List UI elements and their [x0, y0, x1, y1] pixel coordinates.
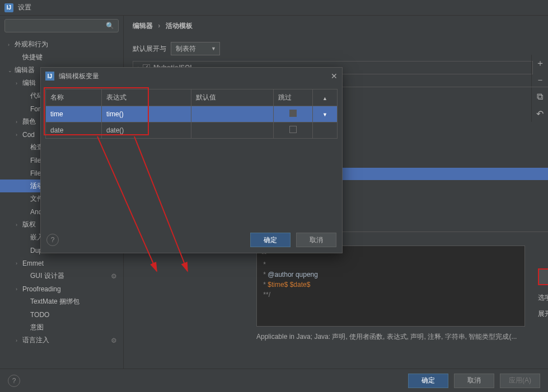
- chevron-icon: ›: [8, 42, 15, 48]
- table-row[interactable]: time time() ▼: [46, 106, 338, 122]
- code-line: *: [261, 281, 268, 289]
- chevron-icon: ›: [16, 119, 22, 125]
- dialog-title: 编辑模板变量: [59, 72, 99, 81]
- sidebar-item[interactable]: ›Emmet: [0, 257, 123, 270]
- cancel-button[interactable]: 取消: [454, 374, 494, 388]
- sidebar-item-label: 意图: [30, 323, 119, 332]
- code-line: *: [261, 261, 266, 268]
- app-icon: IJ: [45, 72, 54, 81]
- expand-with-value: 制表符: [176, 44, 196, 54]
- sidebar-item-label: 语言注入: [22, 336, 111, 345]
- sidebar-item-label: GUI 设计器: [30, 271, 111, 281]
- chevron-icon: ⌄: [8, 68, 15, 73]
- settings-icon: ⚙: [111, 272, 119, 280]
- help-button[interactable]: ?: [8, 375, 20, 387]
- search-icon: 🔍: [106, 22, 114, 30]
- chevron-icon: ›: [16, 81, 22, 86]
- apply-button[interactable]: 应用(A): [500, 374, 540, 388]
- dialog-cancel-button[interactable]: 取消: [296, 233, 336, 247]
- table-row[interactable]: date date(): [46, 122, 338, 139]
- close-icon[interactable]: ✕: [331, 72, 338, 81]
- window-title: 设置: [18, 3, 31, 12]
- sidebar-item[interactable]: GUI 设计器⚙: [0, 270, 123, 282]
- sidebar-item-label: 快捷键: [22, 53, 119, 62]
- chevron-icon: ›: [16, 338, 22, 343]
- dialog-ok-button[interactable]: 确定: [250, 233, 291, 247]
- chevron-icon: ›: [16, 286, 22, 292]
- sidebar-item[interactable]: ›Proofreading: [0, 282, 123, 295]
- code-vars: $time$ $date$: [268, 281, 310, 289]
- chevron-icon: ›: [16, 222, 22, 228]
- cell-expr[interactable]: date(): [102, 122, 191, 139]
- cell-sort[interactable]: ▼: [313, 106, 338, 122]
- template-text-editor[interactable]: ** * * @author qupeng * $time$ $date$ **…: [256, 245, 525, 327]
- breadcrumb: 编辑器 › 活动模板: [124, 16, 548, 36]
- variables-table[interactable]: 名称 表达式 默认值 跳过 ▲ time time() ▼date date(): [45, 89, 338, 139]
- edit-variables-button[interactable]: 编辑变量 (E): [538, 268, 548, 285]
- sidebar-item-label: TODO: [30, 311, 119, 319]
- apply-label: 应用(A): [509, 376, 531, 385]
- app-icon: IJ: [4, 3, 13, 12]
- sidebar-item[interactable]: ›语言注入⚙: [0, 334, 123, 347]
- sidebar-item[interactable]: 快捷键: [0, 51, 123, 64]
- chevron-icon: ›: [16, 132, 22, 138]
- settings-icon: ⚙: [111, 337, 119, 344]
- cancel-label: 取消: [467, 376, 481, 385]
- cell-expr[interactable]: time(): [102, 106, 191, 122]
- th-sort[interactable]: ▲: [313, 89, 338, 106]
- cell-sort[interactable]: [313, 122, 338, 139]
- window-titlebar: IJ 设置: [0, 0, 548, 16]
- ok-label: 确定: [421, 376, 435, 385]
- sidebar-item-label: Emmet: [22, 259, 119, 267]
- cell-name[interactable]: time: [46, 106, 102, 122]
- th-expr[interactable]: 表达式: [102, 89, 191, 106]
- footer: ? 确定 取消 应用(A): [0, 369, 548, 392]
- options-caption: 选项: [538, 293, 548, 303]
- sidebar-item-label: TextMate 捆绑包: [30, 297, 119, 306]
- dialog-titlebar[interactable]: IJ 编辑模板变量 ✕: [41, 68, 342, 84]
- cell-default[interactable]: [191, 106, 274, 122]
- search-input[interactable]: [4, 19, 119, 32]
- expand-with-label: 默认展开与: [133, 44, 166, 54]
- remove-button[interactable]: －: [532, 72, 548, 88]
- chevron-down-icon: ▼: [322, 112, 327, 117]
- sidebar-item[interactable]: TextMate 捆绑包: [0, 295, 123, 308]
- dialog-cancel-label: 取消: [310, 235, 323, 245]
- breadcrumb-b: 活动模板: [166, 22, 193, 30]
- expand-with-select[interactable]: 制表符 ▼: [171, 42, 220, 55]
- breadcrumb-a[interactable]: 编辑器: [133, 22, 153, 30]
- cell-default[interactable]: [191, 122, 274, 139]
- add-button[interactable]: ＋: [532, 55, 548, 72]
- cell-skip[interactable]: [274, 106, 313, 122]
- skip-checkbox[interactable]: [289, 126, 297, 133]
- code-author: @author qupeng: [268, 271, 318, 278]
- skip-checkbox[interactable]: [289, 110, 297, 117]
- sidebar-item[interactable]: 意图: [0, 321, 123, 334]
- sidebar-item-label: Proofreading: [22, 285, 119, 293]
- sidebar-item[interactable]: ›外观和行为: [0, 38, 123, 51]
- chevron-icon: ›: [16, 261, 22, 266]
- chevron-right-icon: ›: [158, 22, 160, 30]
- th-skip[interactable]: 跳过: [274, 89, 313, 106]
- applicable-text[interactable]: Applicable in Java; Java: 声明, 使用者函数, 表达式…: [256, 332, 525, 342]
- sidebar-item[interactable]: TODO: [0, 308, 123, 321]
- code-line: *: [261, 271, 268, 278]
- cell-skip[interactable]: [274, 122, 313, 139]
- cell-name[interactable]: date: [46, 122, 102, 139]
- code-line: **/: [261, 291, 270, 299]
- edit-template-vars-dialog: IJ 编辑模板变量 ✕ 名称 表达式 默认值 跳过 ▲ time time() …: [40, 67, 343, 253]
- expand-with-label-2: 展开与 (X): [538, 309, 548, 319]
- ok-button[interactable]: 确定: [408, 374, 448, 388]
- dialog-help-button[interactable]: ?: [46, 234, 59, 246]
- th-name[interactable]: 名称: [46, 89, 102, 106]
- sidebar-item-label: 外观和行为: [15, 40, 119, 49]
- dialog-ok-label: 确定: [264, 235, 277, 245]
- chevron-down-icon: ▼: [211, 46, 216, 51]
- th-default[interactable]: 默认值: [191, 89, 274, 106]
